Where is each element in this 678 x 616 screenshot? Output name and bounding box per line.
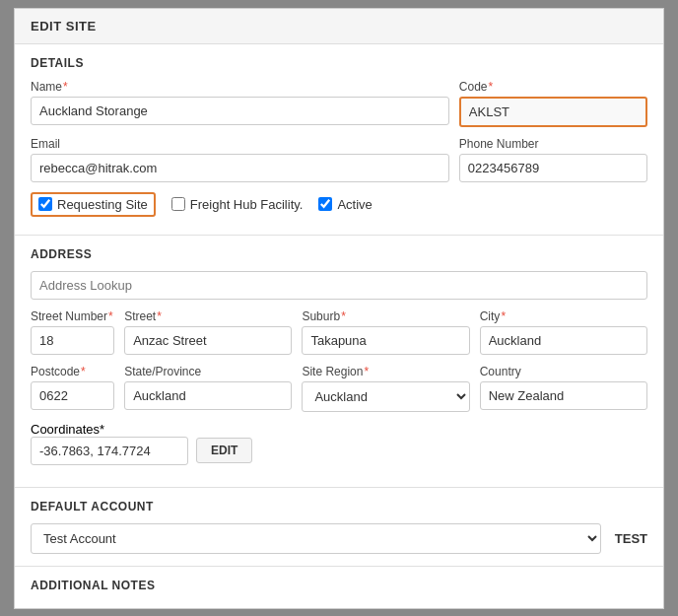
- details-section: DETAILS Name* Code* Email: [15, 44, 663, 235]
- address-title: ADDRESS: [31, 247, 647, 261]
- name-group: Name*: [31, 80, 449, 127]
- account-code: TEST: [615, 531, 647, 546]
- email-label: Email: [31, 137, 449, 151]
- name-code-row: Name* Code*: [31, 80, 647, 127]
- default-account-section: DEFAULT ACCOUNT Test Account TEST: [15, 488, 663, 566]
- coordinates-input[interactable]: [31, 437, 188, 465]
- street-row: Street Number* Street* Suburb* City*: [31, 309, 647, 355]
- city-label: City*: [480, 309, 647, 323]
- coordinates-label: Coordinates*: [31, 422, 104, 437]
- details-title: DETAILS: [31, 56, 647, 70]
- code-label: Code*: [459, 80, 647, 94]
- account-select[interactable]: Test Account: [31, 523, 601, 554]
- freight-hub-label: Freight Hub Facility.: [190, 197, 304, 212]
- street-number-label: Street Number*: [31, 309, 114, 323]
- name-label: Name*: [31, 80, 449, 94]
- additional-notes-section: ADDITIONAL NOTES: [15, 567, 663, 609]
- email-phone-row: Email Phone Number: [31, 137, 647, 182]
- requesting-site-checkbox[interactable]: [38, 197, 52, 211]
- requesting-site-checkbox-wrapper[interactable]: Requesting Site: [31, 192, 156, 217]
- street-input[interactable]: [124, 326, 292, 355]
- email-input[interactable]: [31, 154, 449, 182]
- suburb-input[interactable]: [302, 326, 469, 355]
- country-group: Country: [480, 365, 647, 412]
- street-number-group: Street Number*: [31, 309, 114, 355]
- street-group: Street*: [124, 309, 292, 355]
- coordinates-group: Coordinates* EDIT: [31, 422, 647, 465]
- requesting-site-label: Requesting Site: [57, 197, 148, 212]
- freight-hub-checkbox-wrapper[interactable]: Freight Hub Facility.: [171, 197, 304, 212]
- suburb-label: Suburb*: [302, 309, 469, 323]
- postcode-input[interactable]: [31, 381, 114, 410]
- address-section: ADDRESS Street Number* Street* Suburb*: [15, 236, 663, 487]
- state-input[interactable]: [124, 381, 292, 410]
- site-region-label: Site Region*: [302, 365, 469, 378]
- country-label: Country: [480, 365, 647, 378]
- site-region-group: Site Region* Auckland: [302, 365, 469, 412]
- postcode-row: Postcode* State/Province Site Region* Au…: [31, 365, 647, 412]
- checkboxes-row: Requesting Site Freight Hub Facility. Ac…: [31, 192, 647, 217]
- default-account-row: Test Account TEST: [31, 523, 647, 554]
- edit-coordinates-button[interactable]: EDIT: [196, 438, 252, 463]
- edit-site-modal: EDIT SITE DETAILS Name* Code* Email: [14, 8, 664, 609]
- active-label: Active: [337, 197, 372, 212]
- postcode-label: Postcode*: [31, 365, 114, 378]
- country-input[interactable]: [480, 381, 647, 410]
- modal-title: EDIT SITE: [31, 19, 97, 34]
- coordinates-row: EDIT: [31, 437, 647, 465]
- name-input[interactable]: [31, 97, 449, 125]
- phone-group: Phone Number: [459, 137, 647, 182]
- freight-hub-checkbox[interactable]: [171, 197, 185, 211]
- additional-notes-title: ADDITIONAL NOTES: [31, 579, 647, 592]
- city-group: City*: [480, 309, 647, 355]
- modal-header: EDIT SITE: [15, 9, 663, 44]
- street-number-input[interactable]: [31, 326, 114, 355]
- suburb-group: Suburb*: [302, 309, 469, 355]
- city-input[interactable]: [480, 326, 647, 355]
- postcode-group: Postcode*: [31, 365, 114, 412]
- code-input[interactable]: [459, 97, 647, 127]
- state-label: State/Province: [124, 365, 292, 378]
- active-checkbox[interactable]: [318, 197, 332, 211]
- phone-input[interactable]: [459, 154, 647, 182]
- phone-label: Phone Number: [459, 137, 647, 151]
- default-account-title: DEFAULT ACCOUNT: [31, 500, 647, 513]
- address-lookup-input[interactable]: [31, 271, 647, 300]
- street-label: Street*: [124, 309, 292, 323]
- email-group: Email: [31, 137, 449, 182]
- site-region-select[interactable]: Auckland: [302, 381, 469, 412]
- account-select-wrapper: Test Account: [31, 523, 601, 554]
- active-checkbox-wrapper[interactable]: Active: [318, 197, 372, 212]
- state-group: State/Province: [124, 365, 292, 412]
- code-group: Code*: [459, 80, 647, 127]
